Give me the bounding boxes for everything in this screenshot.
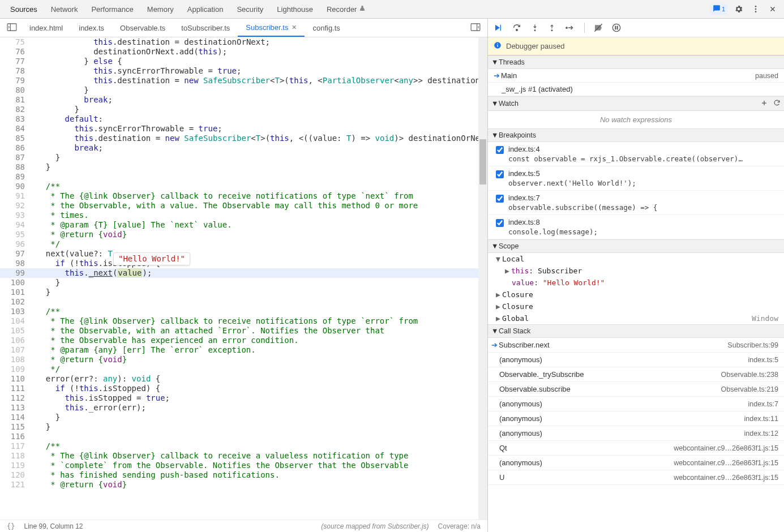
code-line[interactable]: 117 /** (0, 441, 487, 451)
line-number[interactable]: 104 (0, 316, 36, 326)
code-line[interactable]: 104 * The {@link Observer} callback to r… (0, 316, 487, 326)
code-line[interactable]: 99 this._next(value); (0, 268, 487, 278)
line-number[interactable]: 89 (0, 172, 36, 182)
filetab-config-ts[interactable]: config.ts (305, 19, 348, 37)
thread-row[interactable]: ➔Mainpaused (488, 69, 784, 83)
code-line[interactable]: 90 /** (0, 182, 487, 191)
line-number[interactable]: 105 (0, 326, 36, 336)
step-out-button[interactable] (548, 23, 556, 32)
line-number[interactable]: 103 (0, 307, 36, 316)
scope-header[interactable]: ▼Scope (488, 239, 784, 253)
line-number[interactable]: 80 (0, 85, 36, 95)
close-icon[interactable]: ✕ (292, 24, 297, 31)
pause-on-exceptions-button[interactable] (612, 23, 621, 32)
line-number[interactable]: 108 (0, 355, 36, 364)
code-line[interactable]: 93 * times. (0, 211, 487, 220)
code-line[interactable]: 92 * the Observable, with a value. The O… (0, 201, 487, 211)
code-line[interactable]: 111 if (!this.isStopped) { (0, 384, 487, 393)
code-line[interactable]: 110 error(err?: any): void { (0, 374, 487, 384)
code-line[interactable]: 79 this.destination = new SafeSubscriber… (0, 76, 487, 85)
code-line[interactable]: 118 * The {@link Observer} callback to r… (0, 451, 487, 461)
more-button[interactable] (750, 3, 761, 15)
line-number[interactable]: 115 (0, 422, 36, 432)
toggle-panel-icon[interactable] (470, 23, 481, 33)
line-number[interactable]: 113 (0, 403, 36, 413)
line-number[interactable]: 82 (0, 105, 36, 114)
tab-application[interactable]: Application (181, 0, 230, 18)
refresh-watch-button[interactable] (773, 99, 781, 108)
code-line[interactable]: 91 * The {@link Observer} callback to re… (0, 191, 487, 201)
breakpoint-row[interactable]: index.ts:4const observable = rxjs_1.Obse… (488, 142, 784, 166)
code-line[interactable]: 94 * @param {T} [value] The `next` value… (0, 220, 487, 230)
line-number[interactable]: 91 (0, 191, 36, 201)
line-number[interactable]: 83 (0, 114, 36, 124)
stack-frame[interactable]: ➔Subscriber.nextSubscriber.ts:99 (488, 338, 784, 353)
line-number[interactable]: 88 (0, 162, 36, 172)
tab-memory[interactable]: Memory (140, 0, 181, 18)
line-number[interactable]: 101 (0, 288, 36, 297)
line-number[interactable]: 98 (0, 259, 36, 268)
line-number[interactable]: 110 (0, 374, 36, 384)
code-line[interactable]: 85 this.destination = new SafeSubscriber… (0, 134, 487, 143)
code-line[interactable]: 76 destinationOrNext.add(this); (0, 47, 487, 57)
code-line[interactable]: 86 break; (0, 143, 487, 153)
filetab-tosubscriber-ts[interactable]: toSubscriber.ts (173, 19, 238, 37)
code-line[interactable]: 95 * @return {void} (0, 230, 487, 239)
filetab-index-html[interactable]: index.html (22, 19, 71, 37)
line-number[interactable]: 107 (0, 345, 36, 355)
scope-value[interactable]: value: "Hello World!" (488, 277, 784, 289)
breakpoint-row[interactable]: index.ts:8console.log(message); (488, 215, 784, 239)
code-line[interactable]: 115 } (0, 422, 487, 432)
line-number[interactable]: 86 (0, 143, 36, 153)
code-line[interactable]: 75 this.destination = destinationOrNext; (0, 37, 487, 47)
line-number[interactable]: 117 (0, 441, 36, 451)
stack-frame[interactable]: Qtwebcontainer.c9…26e863f1.js:15 (488, 441, 784, 456)
line-number[interactable]: 79 (0, 76, 36, 85)
code-line[interactable]: 82 } (0, 105, 487, 114)
line-number[interactable]: 85 (0, 134, 36, 143)
code-line[interactable]: 119 * `complete` from the Observable. No… (0, 461, 487, 470)
tab-security[interactable]: Security (230, 0, 270, 18)
code-line[interactable]: 105 * the Observable, with an attached `… (0, 326, 487, 336)
tab-recorder[interactable]: Recorder (320, 0, 372, 18)
watch-header[interactable]: ▼Watch (488, 96, 784, 111)
code-line[interactable]: 77 } else { (0, 57, 487, 66)
nav-panel-icon[interactable] (7, 23, 17, 33)
code-line[interactable]: 109 */ (0, 364, 487, 374)
breakpoint-row[interactable]: index.ts:7observable.subscribe((message)… (488, 191, 784, 215)
code-line[interactable]: 101 } (0, 288, 487, 297)
line-number[interactable]: 95 (0, 230, 36, 239)
deactivate-breakpoints-button[interactable] (594, 23, 603, 32)
code-line[interactable]: 113 this._error(err); (0, 403, 487, 413)
resume-button[interactable] (492, 23, 503, 32)
code-line[interactable]: 97 next(value?: T (0, 249, 487, 259)
code-line[interactable]: 88 } (0, 162, 487, 172)
line-number[interactable]: 119 (0, 461, 36, 470)
breakpoint-checkbox[interactable] (496, 146, 504, 154)
line-number[interactable]: 116 (0, 432, 36, 441)
code-line[interactable]: 121 * @return {void} (0, 480, 487, 490)
stack-frame[interactable]: Observable.subscribeObservable.ts:219 (488, 382, 784, 397)
filetab-subscriber-ts[interactable]: Subscriber.ts✕ (238, 19, 305, 37)
code-line[interactable]: 89 (0, 172, 487, 182)
line-number[interactable]: 92 (0, 201, 36, 211)
line-number[interactable]: 106 (0, 336, 36, 345)
scope-closure2[interactable]: ▶Closure (488, 301, 784, 312)
filetab-index-ts[interactable]: index.ts (71, 19, 112, 37)
code-line[interactable]: 103 /** (0, 307, 487, 316)
stack-frame[interactable]: Observable._trySubscribeObservable.ts:23… (488, 367, 784, 382)
tab-network[interactable]: Network (44, 0, 85, 18)
thread-row[interactable]: _sw_.js #1 (activated) (488, 83, 784, 96)
line-number[interactable]: 87 (0, 153, 36, 162)
line-number[interactable]: 77 (0, 57, 36, 66)
breakpoint-row[interactable]: index.ts:5observer.next('Hello World!'); (488, 166, 784, 191)
code-line[interactable]: 120 * has finished sending push-based no… (0, 470, 487, 480)
line-number[interactable]: 114 (0, 413, 36, 422)
add-watch-button[interactable] (761, 100, 768, 108)
code-line[interactable]: 100 } (0, 278, 487, 288)
code-line[interactable]: 114 } (0, 413, 487, 422)
code-line[interactable]: 96 */ (0, 239, 487, 249)
line-number[interactable]: 112 (0, 393, 36, 403)
code-line[interactable]: 116 (0, 432, 487, 441)
line-number[interactable]: 109 (0, 364, 36, 374)
